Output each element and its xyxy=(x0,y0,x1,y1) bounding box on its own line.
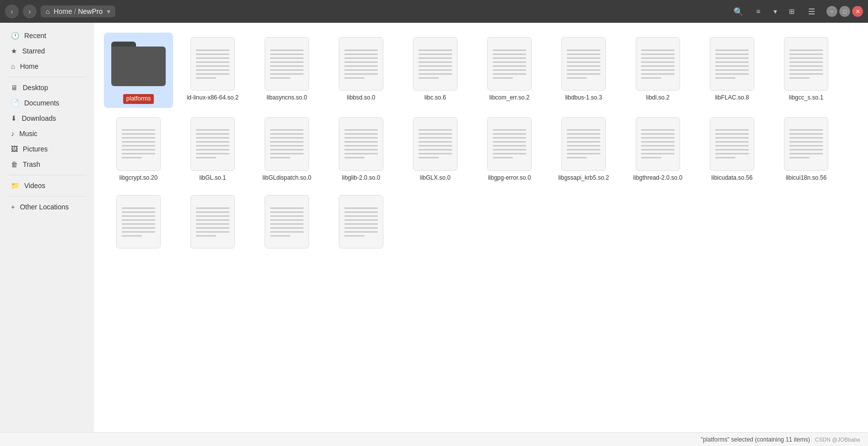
doc-line xyxy=(789,137,823,139)
doc-line xyxy=(641,57,675,59)
window-controls: − □ ✕ xyxy=(826,6,863,17)
back-icon: ‹ xyxy=(11,7,13,15)
doc-line-short xyxy=(567,77,587,79)
doc-icon xyxy=(561,117,606,171)
doc-line xyxy=(196,61,229,63)
doc-line xyxy=(122,129,155,131)
file-item-libgssapi_krb5[interactable]: libgssapi_krb5.so.2 xyxy=(549,113,618,186)
doc-line xyxy=(344,129,378,131)
doc-line xyxy=(196,53,229,55)
breadcrumb[interactable]: ⌂ Home / NewPro ▾ xyxy=(41,5,115,17)
file-item-platforms[interactable]: platforms xyxy=(104,33,173,108)
file-item-libgpg-error[interactable]: libgpg-error.so.0 xyxy=(475,113,544,186)
sidebar-item-pictures[interactable]: 🖼 Pictures xyxy=(3,142,91,156)
doc-line-short xyxy=(344,157,365,158)
file-item-libdbus[interactable]: libdbus-1.so.3 xyxy=(549,33,618,108)
doc-line xyxy=(641,133,675,135)
maximize-button[interactable]: □ xyxy=(839,6,850,17)
doc-line-short xyxy=(789,157,810,158)
doc-line-short xyxy=(122,157,142,158)
file-item-libdl[interactable]: libdl.so.2 xyxy=(623,33,692,108)
forward-button[interactable]: › xyxy=(23,4,37,18)
search-button[interactable]: 🔍 xyxy=(731,3,746,19)
minimize-button[interactable]: − xyxy=(826,6,837,17)
file-item-libbsd[interactable]: libbsd.so.0 xyxy=(326,33,396,108)
view-options-button[interactable]: ▾ xyxy=(767,3,783,19)
file-item-row5_3[interactable] xyxy=(252,191,321,256)
doc-icon-container xyxy=(482,37,537,91)
doc-icon-container xyxy=(779,117,833,171)
file-item-libicui18n[interactable]: libicui18n.so.56 xyxy=(772,113,841,186)
file-item-libasyncns[interactable]: libasyncns.so.0 xyxy=(252,33,321,108)
doc-line xyxy=(567,73,600,75)
doc-line xyxy=(344,207,378,209)
doc-icon xyxy=(710,37,754,91)
doc-line-short xyxy=(567,157,587,158)
file-item-libcom_err[interactable]: libcom_err.so.2 xyxy=(475,33,544,108)
sidebar-item-starred[interactable]: ★ Starred xyxy=(3,44,91,58)
file-item-libgthread[interactable]: libgthread-2.0.so.0 xyxy=(623,113,692,186)
doc-icon-container xyxy=(185,195,240,249)
sidebar-item-downloads[interactable]: ⬇ Downloads xyxy=(3,111,91,126)
doc-line xyxy=(344,137,378,139)
doc-line xyxy=(270,231,304,233)
file-item-libGL[interactable]: libGL.so.1 xyxy=(178,113,247,186)
view-toggle: ≡ ▾ ⊞ xyxy=(750,3,800,19)
close-button[interactable]: ✕ xyxy=(852,6,863,17)
doc-line xyxy=(270,223,304,225)
doc-icon xyxy=(190,195,235,248)
file-item-libicudata[interactable]: libicudata.so.56 xyxy=(697,113,767,186)
doc-icon xyxy=(339,117,383,171)
back-button[interactable]: ‹ xyxy=(5,4,19,18)
doc-line xyxy=(715,133,749,135)
music-icon: ♪ xyxy=(11,130,14,138)
file-item-libc[interactable]: libc.so.6 xyxy=(401,33,470,108)
file-item-libglib[interactable]: libglib-2.0.so.0 xyxy=(326,113,396,186)
file-item-libgcc_s[interactable]: libgcc_s.so.1 xyxy=(772,33,841,108)
file-area[interactable]: platforms ld-linux-x86-64.so.2 libasyncn… xyxy=(94,23,868,432)
doc-line xyxy=(641,145,675,147)
sidebar-item-trash[interactable]: 🗑 Trash xyxy=(3,157,91,172)
sidebar-item-other-label: Other Locations xyxy=(20,203,69,211)
doc-icon-container xyxy=(334,117,388,171)
file-item-libFLAC[interactable]: libFLAC.so.8 xyxy=(697,33,767,108)
doc-line xyxy=(641,65,675,67)
sidebar-item-music[interactable]: ♪ Music xyxy=(3,126,91,141)
doc-line xyxy=(715,65,749,67)
file-name: libgssapi_krb5.so.2 xyxy=(558,174,609,182)
file-name: libGLX.so.0 xyxy=(420,174,451,182)
doc-icon-container xyxy=(111,117,166,171)
doc-line xyxy=(715,141,749,143)
doc-line xyxy=(789,149,823,150)
sidebar-item-recent[interactable]: 🕐 Recent xyxy=(3,28,91,43)
doc-line xyxy=(270,57,304,59)
file-item-row5_2[interactable] xyxy=(178,191,247,256)
doc-line-short xyxy=(418,77,439,79)
file-item-row5_1[interactable] xyxy=(104,191,173,256)
doc-line-short xyxy=(493,157,513,158)
file-item-libgcrypt[interactable]: libgcrypt.so.20 xyxy=(104,113,173,186)
file-item-libGLX[interactable]: libGLX.so.0 xyxy=(401,113,470,186)
doc-line xyxy=(715,153,749,154)
sidebar-item-desktop[interactable]: 🖥 Desktop xyxy=(3,80,91,95)
doc-line xyxy=(196,145,229,147)
doc-line xyxy=(344,141,378,143)
file-item-row5_4[interactable] xyxy=(326,191,396,256)
breadcrumb-separator: / xyxy=(74,7,76,15)
list-view-button[interactable]: ≡ xyxy=(750,3,766,19)
sidebar-item-other[interactable]: + Other Locations xyxy=(3,199,91,214)
sidebar-item-home-label: Home xyxy=(20,62,38,70)
doc-line xyxy=(493,129,526,131)
doc-line xyxy=(789,61,823,63)
grid-view-button[interactable]: ⊞ xyxy=(784,3,800,19)
sidebar-item-home[interactable]: ⌂ Home xyxy=(3,59,91,74)
desktop-icon: 🖥 xyxy=(11,84,18,92)
file-item-ld-linux[interactable]: ld-linux-x86-64.so.2 xyxy=(178,33,247,108)
menu-button[interactable]: ☰ xyxy=(804,3,820,19)
sidebar-item-documents[interactable]: 📄 Documents xyxy=(3,96,91,110)
doc-line xyxy=(641,137,675,139)
doc-line xyxy=(122,137,155,139)
file-item-libGLdispatch[interactable]: libGLdispatch.so.0 xyxy=(252,113,321,186)
sidebar-item-videos[interactable]: 📁 Videos xyxy=(3,178,91,193)
doc-line xyxy=(789,145,823,147)
